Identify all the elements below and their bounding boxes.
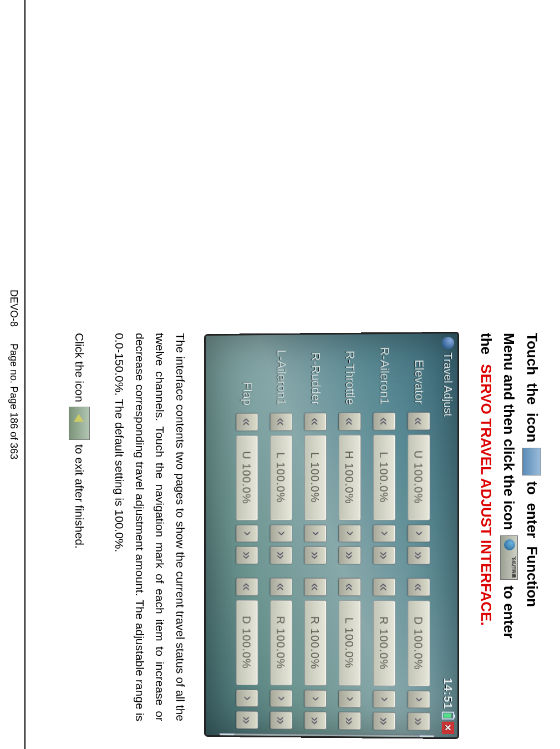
- left-value: U 100.0%: [236, 435, 258, 520]
- right-value: D 100.0%: [408, 600, 430, 686]
- increase-button[interactable]: [236, 690, 258, 707]
- decrease-fast-button[interactable]: [339, 578, 361, 596]
- close-icon[interactable]: ×: [442, 722, 454, 734]
- increase-fast-button[interactable]: [304, 712, 327, 730]
- increase-fast-button[interactable]: [271, 546, 293, 564]
- left-value: L 100.0%: [304, 435, 327, 520]
- scroll-down-icon[interactable]: [220, 733, 235, 738]
- increase-fast-button[interactable]: [373, 712, 395, 730]
- increase-button[interactable]: [271, 690, 293, 707]
- channel-label: R-Aileron1: [377, 341, 391, 408]
- channel-label: L-Aileron1: [274, 342, 289, 409]
- intro-line-1: Touch the icon to enter Function: [520, 333, 543, 721]
- channel-label: Flap: [240, 342, 254, 409]
- exit-line: Click the icon to exit after finished.: [69, 333, 90, 721]
- increase-button[interactable]: [373, 690, 395, 708]
- decrease-fast-button[interactable]: [373, 578, 395, 596]
- decrease-fast-button[interactable]: [339, 413, 361, 431]
- decrease-fast-button[interactable]: [271, 413, 293, 431]
- increase-fast-button[interactable]: [339, 546, 361, 564]
- back-icon: [69, 407, 90, 440]
- footer-left: DEVO-8: [8, 290, 19, 327]
- screen-title: Travel Adjust: [442, 352, 455, 417]
- intro-line-3: the SERVO TRAVEL ADJUST INTERFACE.: [474, 333, 497, 721]
- right-value: R 100.0%: [271, 600, 293, 685]
- increase-button[interactable]: [408, 524, 430, 542]
- function-menu-icon: [522, 448, 541, 475]
- increase-button[interactable]: [339, 690, 361, 708]
- increase-fast-button[interactable]: [373, 546, 395, 564]
- channel-label: R-Rudder: [308, 341, 323, 408]
- increase-fast-button[interactable]: [271, 711, 293, 729]
- increase-fast-button[interactable]: [339, 712, 361, 730]
- decrease-fast-button[interactable]: [373, 412, 395, 430]
- intro-text-2: to enter Function: [520, 481, 543, 607]
- channel-row: R-ThrottleH 100.0%L 100.0%: [333, 341, 367, 730]
- description-paragraph: The interface contents two pages to show…: [109, 333, 190, 721]
- footer-separator: [24, 0, 26, 749]
- status-bar: Travel Adjust 14:51 ×: [440, 333, 456, 737]
- device-screenshot: Travel Adjust 14:51 × ElevatorU 100.0%D …: [205, 332, 460, 739]
- battery-icon: [442, 712, 454, 720]
- left-value: H 100.0%: [339, 434, 361, 520]
- increase-fast-button[interactable]: [236, 546, 258, 564]
- clock-text: 14:51: [442, 678, 455, 710]
- left-value: L 100.0%: [271, 435, 293, 520]
- exit-pre: Click the icon: [73, 333, 86, 402]
- right-value: L 100.0%: [339, 600, 361, 686]
- channel-row: R-RudderL 100.0%R 100.0%: [298, 341, 333, 730]
- decrease-fast-button[interactable]: [304, 413, 327, 431]
- intro-line-2: Menu and then click the icon 飞机行程量 to en…: [497, 333, 521, 721]
- intro-text-1: Touch the icon: [520, 333, 543, 442]
- travel-adjust-icon: 飞机行程量: [500, 535, 518, 580]
- decrease-fast-button[interactable]: [236, 578, 258, 596]
- footer-right: Page no. Page 186 of 363: [8, 343, 19, 459]
- increase-fast-button[interactable]: [236, 711, 258, 729]
- left-value: U 100.0%: [408, 434, 430, 520]
- decrease-fast-button[interactable]: [304, 578, 327, 596]
- increase-button[interactable]: [304, 690, 327, 707]
- left-value: L 100.0%: [373, 434, 395, 520]
- increase-button[interactable]: [304, 525, 327, 543]
- intro-text-3: Menu and then click the icon: [497, 333, 521, 530]
- decrease-fast-button[interactable]: [408, 412, 430, 430]
- channel-row: L-Aileron1L 100.0%R 100.0%: [264, 342, 299, 730]
- increase-fast-button[interactable]: [408, 546, 430, 564]
- scrollbar[interactable]: [219, 733, 435, 739]
- channel-row: FlapU 100.0%D 100.0%: [230, 342, 264, 729]
- decrease-fast-button[interactable]: [236, 413, 258, 431]
- scroll-up-icon[interactable]: [419, 735, 435, 739]
- right-value: R 100.0%: [304, 600, 327, 686]
- right-value: R 100.0%: [373, 600, 395, 686]
- increase-fast-button[interactable]: [304, 546, 327, 564]
- decrease-fast-button[interactable]: [271, 578, 293, 596]
- increase-button[interactable]: [236, 525, 258, 543]
- channel-label: R-Throttle: [343, 341, 357, 408]
- globe-icon: [442, 337, 454, 349]
- increase-button[interactable]: [339, 524, 361, 542]
- channel-row: R-Aileron1L 100.0%R 100.0%: [367, 341, 401, 730]
- exit-post: to exit after finished.: [73, 444, 86, 549]
- intro-text-5: the: [474, 333, 497, 358]
- page-footer: DEVO-8 Page no. Page 186 of 363: [8, 0, 19, 749]
- decrease-fast-button[interactable]: [408, 578, 430, 596]
- increase-button[interactable]: [271, 525, 293, 543]
- intro-text-4: to enter: [497, 585, 521, 638]
- channel-label: Elevator: [412, 341, 426, 408]
- interface-name: SERVO TRAVEL ADJUST INTERFACE.: [474, 364, 497, 625]
- increase-button[interactable]: [408, 691, 430, 708]
- increase-fast-button[interactable]: [408, 712, 430, 730]
- right-value: D 100.0%: [236, 600, 258, 685]
- channel-row: ElevatorU 100.0%D 100.0%: [402, 340, 436, 730]
- increase-button[interactable]: [373, 524, 395, 542]
